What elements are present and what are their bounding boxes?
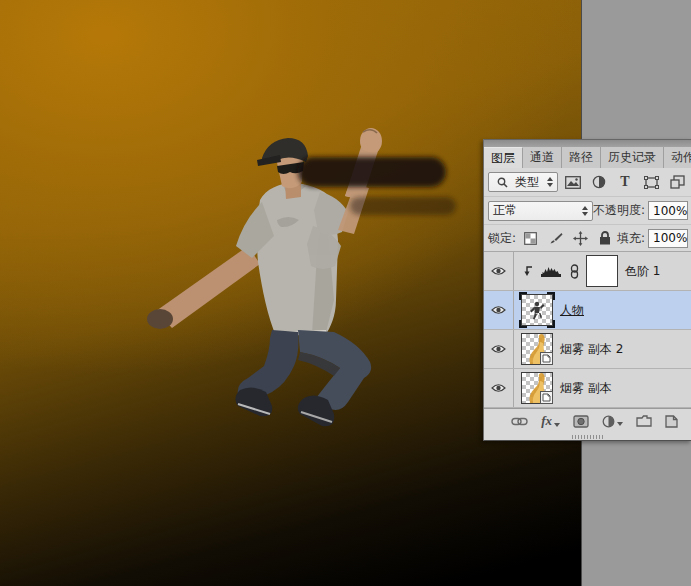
lock-position-move-icon[interactable]	[572, 230, 588, 246]
filter-kind-label: 类型	[515, 174, 539, 191]
lock-row: 锁定: 填充: 100%	[484, 225, 691, 252]
layers-panel-toolbar: fx	[484, 408, 691, 433]
eye-icon	[491, 383, 506, 393]
lock-label: 锁定:	[488, 230, 516, 247]
mask-link-icon[interactable]	[569, 263, 579, 279]
photoshop-workspace: 图层 通道 路径 历史记录 动作 类型 T	[0, 0, 691, 586]
fill-label: 填充:	[617, 230, 645, 247]
layer-row-smoke-copy-2[interactable]: 烟雾 副本 2	[484, 330, 691, 369]
blend-mode-row: 正常 不透明度: 100%	[484, 197, 691, 225]
eye-icon	[491, 344, 506, 354]
layer-thumbnail[interactable]	[521, 333, 553, 365]
search-icon	[493, 174, 511, 190]
new-adjustment-layer-icon[interactable]	[602, 415, 623, 428]
panel-resize-grip[interactable]	[484, 433, 691, 441]
panel-tab-bar: 图层 通道 路径 历史记录 动作	[484, 147, 691, 168]
layer-name[interactable]: 人物	[560, 302, 584, 319]
lock-transparency-icon[interactable]	[522, 230, 538, 246]
layer-row-smoke-copy[interactable]: 烟雾 副本	[484, 369, 691, 408]
adjustment-layer-filter-icon[interactable]	[590, 174, 608, 190]
spinner-arrows-icon	[582, 206, 588, 216]
lock-buttons	[522, 230, 613, 246]
caret-icon	[554, 423, 560, 427]
visibility-toggle[interactable]	[484, 291, 514, 329]
layers-panel: 图层 通道 路径 历史记录 动作 类型 T	[483, 139, 691, 441]
lock-all-icon[interactable]	[597, 230, 613, 246]
shape-layer-filter-icon[interactable]	[642, 174, 660, 190]
visibility-toggle[interactable]	[484, 330, 514, 368]
spinner-arrows-icon	[547, 177, 553, 187]
layer-row-levels[interactable]: 色阶 1	[484, 252, 691, 291]
filter-kind-dropdown[interactable]: 类型	[488, 172, 558, 192]
layer-thumbnail[interactable]	[521, 294, 553, 326]
add-layer-mask-icon[interactable]	[573, 415, 589, 428]
smart-object-badge-icon	[540, 352, 553, 365]
visibility-toggle[interactable]	[484, 369, 514, 407]
blend-mode-value: 正常	[493, 202, 517, 219]
type-layer-filter-icon[interactable]: T	[616, 174, 634, 190]
selection-bracket	[547, 292, 555, 300]
grip-dots-icon	[572, 435, 604, 439]
lock-pixels-brush-icon[interactable]	[547, 230, 563, 246]
tab-layers[interactable]: 图层	[484, 147, 523, 168]
clipping-mask-arrow-icon	[521, 263, 533, 279]
eye-icon	[491, 266, 506, 276]
selection-bracket	[519, 292, 527, 300]
opacity-label: 不透明度:	[593, 202, 645, 219]
smart-object-badge-icon	[540, 391, 553, 404]
layer-mask-thumbnail[interactable]	[586, 255, 618, 287]
layers-list: 色阶 1 人物	[484, 252, 691, 408]
eye-icon	[491, 305, 506, 315]
pixel-layer-filter-icon[interactable]	[564, 174, 582, 190]
tab-actions[interactable]: 动作	[664, 147, 691, 168]
panel-drag-strip[interactable]	[484, 139, 691, 147]
filter-type-buttons: T	[564, 174, 688, 190]
layer-styles-fx-icon[interactable]: fx	[541, 413, 560, 429]
smart-object-filter-icon[interactable]	[668, 174, 686, 190]
layer-thumbnail[interactable]	[521, 372, 553, 404]
tab-history[interactable]: 历史记录	[601, 147, 664, 168]
levels-adjustment-icon	[540, 263, 562, 279]
layer-name[interactable]: 烟雾 副本 2	[560, 341, 623, 358]
new-group-icon[interactable]	[636, 415, 652, 427]
tab-paths[interactable]: 路径	[562, 147, 601, 168]
selection-bracket	[547, 320, 555, 328]
visibility-toggle[interactable]	[484, 252, 514, 290]
new-layer-icon[interactable]	[665, 415, 678, 428]
layer-row-person[interactable]: 人物	[484, 291, 691, 330]
layer-name[interactable]: 色阶 1	[625, 263, 660, 280]
blend-mode-select[interactable]: 正常	[488, 201, 593, 221]
selection-bracket	[519, 320, 527, 328]
opacity-input[interactable]: 100%	[648, 201, 688, 220]
link-layers-icon[interactable]	[511, 416, 528, 427]
fill-input[interactable]: 100%	[648, 229, 688, 248]
layer-name[interactable]: 烟雾 副本	[560, 380, 612, 397]
tab-channels[interactable]: 通道	[523, 147, 562, 168]
layer-filter-row: 类型 T	[484, 168, 691, 197]
caret-icon	[617, 422, 623, 426]
